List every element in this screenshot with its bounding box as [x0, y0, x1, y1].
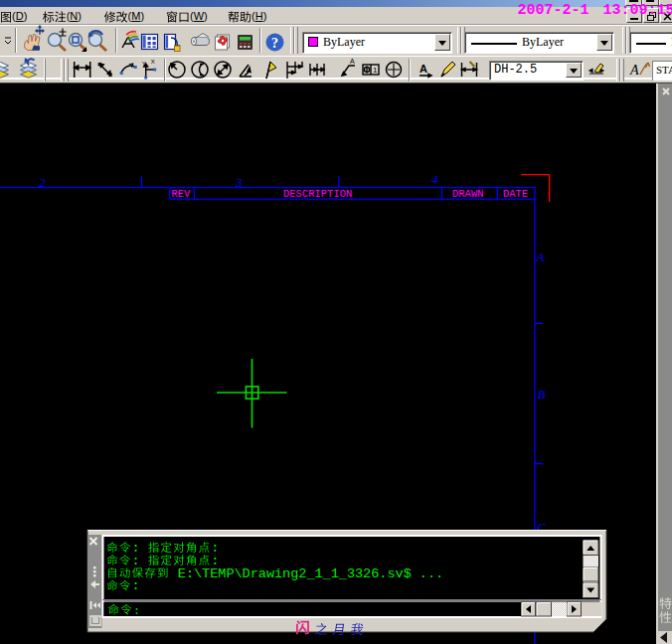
svg-text::: :: [133, 604, 140, 617]
svg-text:E:\TEMP\Drawing2_1_1_3326.sv$: E:\TEMP\Drawing2_1_1_3326.sv$ ...: [170, 566, 443, 581]
svg-text::: :: [132, 578, 140, 593]
svg-text::: :: [132, 554, 148, 568]
